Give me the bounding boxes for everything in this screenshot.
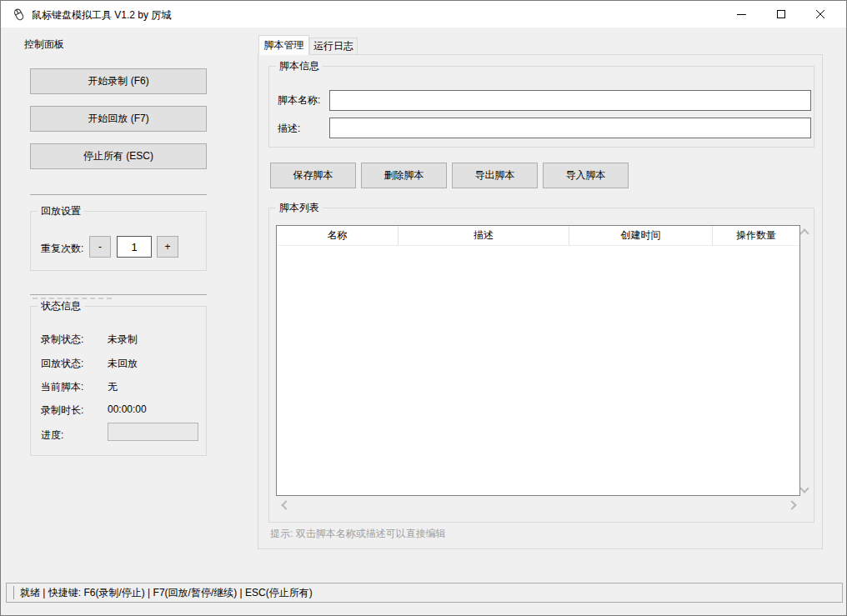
playback-settings-title: 回放设置 xyxy=(38,205,84,217)
repeat-count-label: 重复次数: xyxy=(41,242,83,256)
scroll-left-icon[interactable] xyxy=(281,500,290,509)
record-duration-value: 00:00:00 xyxy=(108,403,147,415)
playback-status-label: 回放状态: xyxy=(41,357,83,371)
script-list-group: 脚本列表 名称 描述 创建时间 操作数量 xyxy=(268,208,814,523)
current-script-value: 无 xyxy=(108,380,118,394)
record-status-value: 未录制 xyxy=(108,333,138,347)
scroll-up-icon[interactable] xyxy=(799,228,809,238)
app-window: 鼠标键盘模拟工具 V1.2 by 厉城 控制面板 开始录制 (F6) 开始回放 … xyxy=(0,0,847,616)
scroll-down-icon[interactable] xyxy=(799,483,809,493)
column-header-op-count[interactable]: 操作数量 xyxy=(713,226,799,245)
titlebar: 鼠标键盘模拟工具 V1.2 by 厉城 xyxy=(1,1,846,28)
minimize-icon xyxy=(737,14,746,15)
repeat-count-input[interactable] xyxy=(117,236,152,258)
script-table-body[interactable] xyxy=(277,246,799,495)
script-info-title: 脚本信息 xyxy=(276,60,323,72)
status-info-group: 状态信息 录制状态: 未录制 回放状态: 未回放 当前脚本: 无 录制时长: 0… xyxy=(30,306,207,456)
status-bar: 就绪 | 快捷键: F6(录制/停止) | F7(回放/暂停/继续) | ESC… xyxy=(6,583,843,603)
repeat-increment-button[interactable]: + xyxy=(157,236,178,258)
close-icon xyxy=(815,9,825,19)
status-info-title: 状态信息 xyxy=(38,300,84,312)
close-button[interactable] xyxy=(800,1,839,28)
status-text: 就绪 | 快捷键: F6(录制/停止) | F7(回放/暂停/继续) | ESC… xyxy=(20,583,313,602)
progress-label: 进度: xyxy=(41,428,63,443)
start-record-button[interactable]: 开始录制 (F6) xyxy=(30,68,207,94)
paint-artifact xyxy=(33,298,112,299)
script-name-input[interactable] xyxy=(329,90,811,111)
script-info-group: 脚本信息 脚本名称: 描述: xyxy=(268,66,814,148)
status-bar-separator xyxy=(13,586,14,599)
control-panel-title: 控制面板 xyxy=(24,38,64,52)
edit-hint: 提示: 双击脚本名称或描述可以直接编辑 xyxy=(270,527,446,541)
export-script-button[interactable]: 导出脚本 xyxy=(452,163,538,188)
separator xyxy=(30,294,207,295)
separator xyxy=(30,194,207,195)
playback-status-value: 未回放 xyxy=(108,357,138,371)
script-manager-panel: 脚本信息 脚本名称: 描述: 保存脚本 删除脚本 导出脚本 导入脚本 脚本列表 … xyxy=(258,54,823,549)
minimize-button[interactable] xyxy=(722,1,761,28)
start-playback-button[interactable]: 开始回放 (F7) xyxy=(30,106,207,132)
delete-script-button[interactable]: 删除脚本 xyxy=(361,163,447,188)
description-label: 描述: xyxy=(278,122,300,136)
description-input[interactable] xyxy=(329,118,811,138)
scroll-right-icon[interactable] xyxy=(787,500,796,509)
playback-settings-group: 回放设置 重复次数: - + xyxy=(30,211,207,271)
column-header-name[interactable]: 名称 xyxy=(277,226,398,245)
maximize-icon xyxy=(777,10,785,18)
record-status-label: 录制状态: xyxy=(41,333,83,347)
column-header-description[interactable]: 描述 xyxy=(398,226,569,245)
import-script-button[interactable]: 导入脚本 xyxy=(543,163,629,188)
script-table-header: 名称 描述 创建时间 操作数量 xyxy=(277,226,799,246)
progress-bar xyxy=(108,423,198,441)
script-list-title: 脚本列表 xyxy=(276,202,323,213)
script-table: 名称 描述 创建时间 操作数量 xyxy=(276,225,800,496)
stop-all-button[interactable]: 停止所有 (ESC) xyxy=(30,143,207,169)
column-header-created[interactable]: 创建时间 xyxy=(569,226,713,245)
script-name-label: 脚本名称: xyxy=(278,93,320,108)
save-script-button[interactable]: 保存脚本 xyxy=(270,163,356,188)
tab-script-manager[interactable]: 脚本管理 xyxy=(258,35,309,55)
window-title: 鼠标键盘模拟工具 V1.2 by 厉城 xyxy=(32,8,171,23)
tab-run-log[interactable]: 运行日志 xyxy=(309,38,358,54)
record-duration-label: 录制时长: xyxy=(41,403,83,418)
current-script-label: 当前脚本: xyxy=(41,380,83,394)
repeat-decrement-button[interactable]: - xyxy=(89,236,111,258)
mouse-icon[interactable] xyxy=(12,8,26,22)
window-controls xyxy=(722,1,839,28)
maximize-button[interactable] xyxy=(761,1,800,28)
